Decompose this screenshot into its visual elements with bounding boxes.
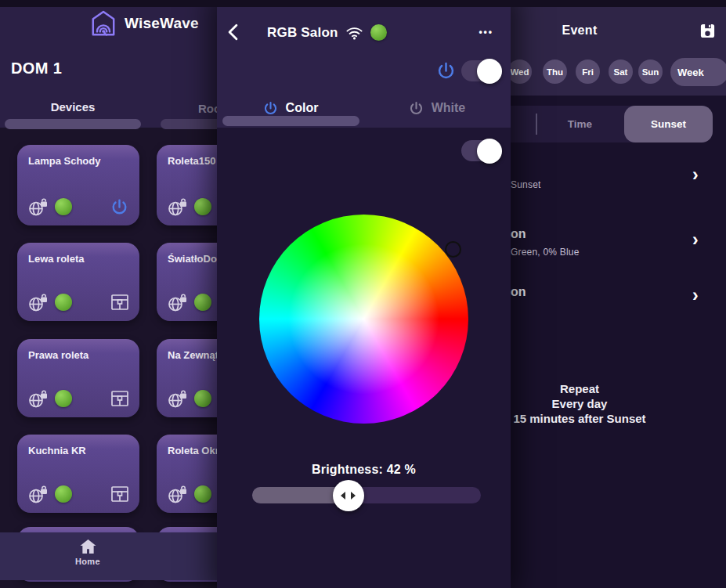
device-title: RGB Salon [267,25,338,41]
brand: WiseWave [90,9,199,38]
brightness-slider[interactable] [252,487,481,503]
status-dot-icon [194,485,211,503]
device-detail-panel: RGB Salon ••• Color White [217,0,511,588]
network-lock-icon [28,485,49,504]
slider-arrow-right-icon [351,492,356,500]
back-button[interactable] [227,23,240,41]
device-card-prawa-roleta[interactable]: Prawa roleta [17,339,139,417]
status-dot-icon [194,294,211,311]
event-row-title: on [511,285,526,299]
device-name: Lampa Schody [28,155,100,167]
slider-arrow-left-icon [341,492,345,500]
color-picker-handle[interactable] [445,241,461,258]
color-channel-toggle[interactable] [461,140,500,161]
device-card-na-zewnatrz[interactable]: Na Zewnątrz [157,339,217,417]
status-dot-icon [55,485,72,503]
network-lock-icon [28,197,49,217]
tab-indicator [222,116,359,126]
status-dot-icon [194,390,211,407]
chevron-right-icon[interactable]: › [692,288,699,302]
online-status-dot-icon [370,24,387,41]
top-edge-strip [0,0,726,7]
brand-name: WiseWave [125,15,199,32]
network-lock-icon [168,197,188,217]
chevron-right-icon[interactable]: › [692,233,699,247]
home-panel: WiseWave DOM 1 Devices Rooms Lampa Schod… [0,0,217,588]
tab-time[interactable]: Time [536,106,624,142]
device-name: Na Zewnątrz [168,349,217,361]
power-icon [262,100,279,117]
device-power-toggle[interactable] [461,60,500,81]
device-card-roleta-okno[interactable]: Roleta Okno [157,435,217,513]
week-chip[interactable]: Week [670,58,726,86]
status-dot-icon [194,198,211,215]
tab-rooms[interactable]: Rooms [198,102,217,115]
nav-home-button[interactable]: Home [60,539,116,566]
day-chip-fri[interactable]: Fri [576,60,600,84]
nav-home-label: Home [75,557,100,566]
status-dot-icon [55,294,72,311]
save-button[interactable] [699,22,716,43]
tab-color-label: Color [286,101,319,115]
color-wheel[interactable] [259,215,468,424]
network-lock-icon [168,485,188,504]
tab-devices[interactable]: Devices [16,100,130,114]
wifi-icon [345,26,363,40]
device-name: Prawa roleta [28,349,88,361]
status-dot-icon [55,198,72,215]
more-menu-button[interactable]: ••• [479,27,493,38]
device-name: ŚwiatłoDom [168,253,217,265]
day-chip-wed[interactable]: Wed [507,60,532,84]
tab-indicator-devices [5,119,141,129]
device-name: Roleta150 [168,155,215,167]
sunset-row-label: Sunset [511,179,541,190]
status-dot-icon [55,390,72,407]
tab-sunset[interactable]: Sunset [624,106,713,142]
shutter-window-icon[interactable] [110,485,129,503]
network-lock-icon [168,293,188,312]
home-title: DOM 1 [11,60,62,78]
device-name: Lewa roleta [28,253,85,265]
device-card-swiatlodom[interactable]: ŚwiatłoDom [157,243,217,321]
bottom-nav: Home [0,532,217,580]
device-card-kuchnia-kr[interactable]: Kuchnia KR [17,435,139,513]
device-name: Kuchnia KR [28,445,86,456]
device-card-lewa-roleta[interactable]: Lewa roleta [17,243,139,321]
brightness-thumb[interactable] [333,480,364,511]
day-chip-thu[interactable]: Thu [543,60,567,84]
chevron-right-icon[interactable]: › [692,168,699,182]
power-icon [435,60,457,81]
network-lock-icon [28,389,49,409]
tab-indicator-rooms [161,119,217,129]
app-screen: WiseWave DOM 1 Devices Rooms Lampa Schod… [0,0,726,588]
day-chip-sat[interactable]: Sat [609,60,633,84]
network-lock-icon [28,293,49,312]
network-lock-icon [168,389,188,409]
event-row-title: on [511,227,526,241]
day-chip-sun[interactable]: Sun [638,60,663,84]
home-icon [79,539,97,554]
shutter-window-icon[interactable] [110,390,129,407]
device-card-roleta150[interactable]: Roleta150 [157,145,217,225]
power-icon [408,100,424,117]
wisewave-logo-icon [90,9,117,38]
device-name: Roleta Okno [168,445,217,456]
brightness-label: Brightness: 42 % [217,463,511,477]
tab-white-label: White [432,101,466,115]
tab-white[interactable]: White [363,95,510,121]
power-icon[interactable] [110,197,129,217]
shutter-window-icon[interactable] [110,294,129,311]
device-card-lampa-schody[interactable]: Lampa Schody [17,145,139,225]
event-row-subtitle: Green, 0% Blue [511,247,580,258]
